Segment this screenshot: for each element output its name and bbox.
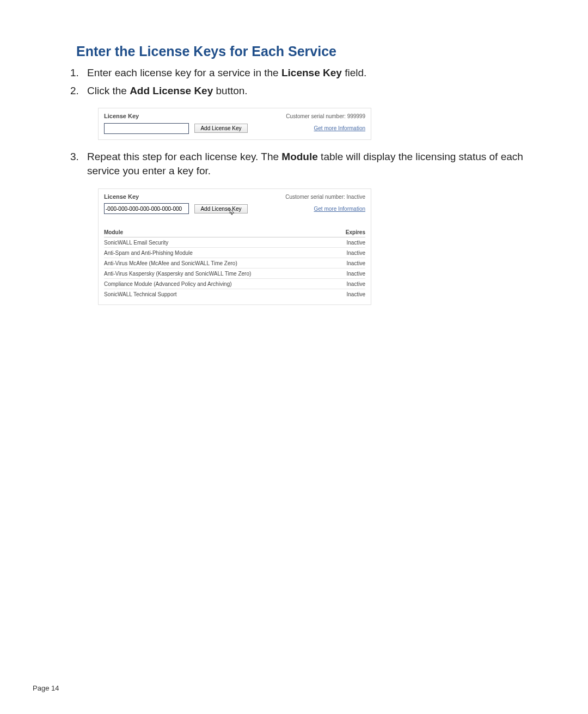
step-1-bold: License Key (281, 67, 342, 78)
step-2-bold: Add License Key (130, 85, 213, 96)
step-3: Repeat this step for each license key. T… (82, 150, 555, 179)
module-cell: SonicWALL Technical Support (104, 289, 334, 300)
add-license-key-button[interactable]: Add License Key (194, 124, 247, 133)
serial-label: Customer serial number: (285, 194, 346, 200)
table-row: Anti-Virus Kaspersky (Kaspersky and Soni… (104, 268, 365, 279)
license-key-input[interactable] (104, 123, 189, 134)
get-more-information-link[interactable]: Get more Information (314, 206, 365, 212)
serial-value: 999999 (347, 113, 365, 119)
add-license-key-button[interactable]: Add License Key (194, 204, 247, 213)
step-list: Enter each license key for a service in … (82, 66, 555, 98)
col-expires: Expires (334, 227, 365, 237)
expires-cell: Inactive (334, 268, 365, 279)
step-list-continued: Repeat this step for each license key. T… (82, 150, 555, 179)
license-panel-2: License Key Customer serial number: Inac… (98, 188, 371, 306)
step-1: Enter each license key for a service in … (82, 66, 555, 81)
license-key-input[interactable] (104, 203, 189, 214)
page-number: Page 14 (33, 684, 59, 692)
table-row: SonicWALL Email SecurityInactive (104, 237, 365, 248)
license-key-label: License Key (104, 113, 139, 119)
license-key-label: License Key (104, 193, 139, 200)
table-row: Compliance Module (Advanced Policy and A… (104, 279, 365, 289)
table-row: Anti-Virus McAfee (McAfee and SonicWALL … (104, 258, 365, 268)
module-cell: SonicWALL Email Security (104, 237, 334, 248)
expires-cell: Inactive (334, 279, 365, 289)
expires-cell: Inactive (334, 289, 365, 300)
serial-label: Customer serial number: (286, 113, 347, 119)
step-2-text-pre: Click the (87, 85, 130, 96)
section-heading: Enter the License Keys for Each Service (76, 44, 555, 59)
license-panel-1: License Key Customer serial number: 9999… (98, 108, 371, 140)
module-cell: Compliance Module (Advanced Policy and A… (104, 279, 334, 289)
get-more-information-link[interactable]: Get more Information (314, 125, 365, 131)
col-module: Module (104, 227, 334, 237)
expires-cell: Inactive (334, 258, 365, 268)
expires-cell: Inactive (334, 248, 365, 258)
step-2-text-post: button. (213, 85, 247, 96)
table-row: Anti-Spam and Anti-Phishing ModuleInacti… (104, 248, 365, 258)
expires-cell: Inactive (334, 237, 365, 248)
step-2: Click the Add License Key button. (82, 84, 555, 99)
module-cell: Anti-Virus McAfee (McAfee and SonicWALL … (104, 258, 334, 268)
serial-number: Customer serial number: 999999 (286, 113, 365, 119)
step-3-text-pre: Repeat this step for each license key. T… (87, 151, 281, 162)
module-cell: Anti-Virus Kaspersky (Kaspersky and Soni… (104, 268, 334, 279)
table-row: SonicWALL Technical SupportInactive (104, 289, 365, 300)
module-cell: Anti-Spam and Anti-Phishing Module (104, 248, 334, 258)
step-1-text-post: field. (342, 67, 366, 78)
module-table: Module Expires SonicWALL Email SecurityI… (104, 227, 365, 299)
step-1-text-pre: Enter each license key for a service in … (87, 67, 281, 78)
serial-number: Customer serial number: Inactive (285, 194, 365, 200)
step-3-bold: Module (281, 151, 318, 162)
serial-value: Inactive (347, 194, 365, 200)
